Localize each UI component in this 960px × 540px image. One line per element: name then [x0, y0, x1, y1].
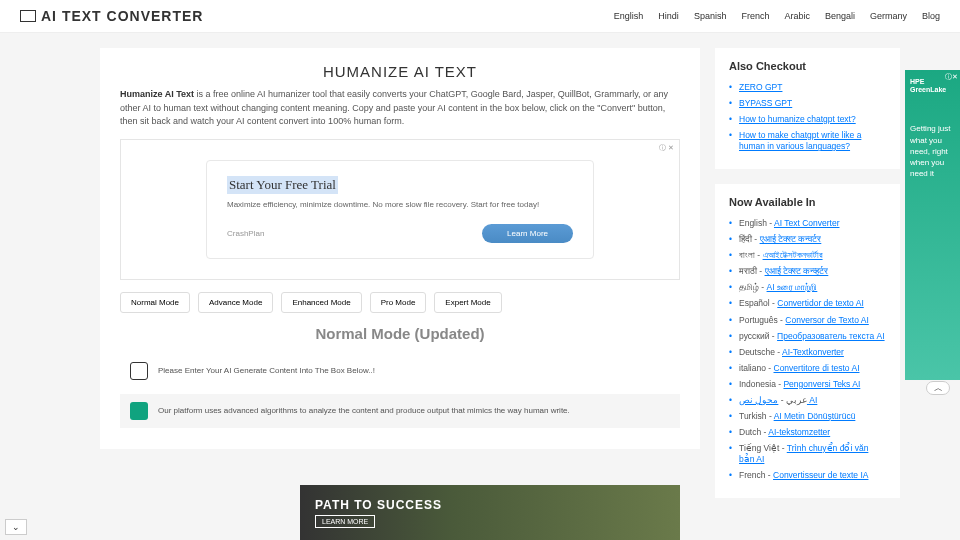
mode-tab[interactable]: Enhanced Mode — [281, 292, 361, 313]
language-link[interactable]: एआई टेक्स्ट कन्वर्टर — [760, 234, 822, 244]
chatgpt-icon — [130, 402, 148, 420]
header: AI TEXT CONVERTER EnglishHindiSpanishFre… — [0, 0, 960, 33]
mode-tab[interactable]: Expert Mode — [434, 292, 501, 313]
main-content: HUMANIZE AI TEXT Humanize AI Text is a f… — [100, 48, 700, 449]
description: Humanize AI Text is a free online AI hum… — [120, 88, 680, 129]
nav-link[interactable]: Arabic — [784, 11, 810, 21]
languages-card: Now Available In English - AI Text Conve… — [715, 184, 900, 498]
user-prompt-text: Please Enter Your AI Generate Content In… — [158, 365, 375, 376]
mode-heading: Normal Mode (Updated) — [120, 325, 680, 342]
sidebar: Also Checkout ZERO GPTBYPASS GPTHow to h… — [715, 48, 900, 498]
top-nav: EnglishHindiSpanishFrenchArabicBengaliGe… — [614, 11, 940, 21]
language-link[interactable]: AI Text Converter — [774, 218, 840, 228]
language-link[interactable]: Convertidor de texto AI — [777, 298, 863, 308]
ad-learn-more-button[interactable]: Learn More — [482, 224, 573, 243]
nav-link[interactable]: Hindi — [658, 11, 679, 21]
ad-brand: CrashPlan — [227, 229, 264, 238]
checkout-card: Also Checkout ZERO GPTBYPASS GPTHow to h… — [715, 48, 900, 169]
language-link[interactable]: Преобразователь текста AI — [777, 331, 885, 341]
language-link[interactable]: AI Metin Dönüştürücü — [774, 411, 856, 421]
ad-close-icon[interactable]: ⓘ ✕ — [659, 143, 674, 153]
user-prompt-row: Please Enter Your AI Generate Content In… — [120, 354, 680, 388]
inline-ad: ⓘ ✕ Start Your Free Trial Maximize effic… — [120, 139, 680, 280]
scroll-top-button[interactable]: ︿ — [926, 381, 950, 395]
languages-title: Now Available In — [729, 196, 886, 208]
bottom-ad-title: PATH TO SUCCESS — [315, 498, 442, 499]
nav-link[interactable]: French — [741, 11, 769, 21]
brand-text: AI TEXT CONVERTER — [41, 8, 203, 24]
checkout-link[interactable]: ZERO GPT — [739, 82, 782, 92]
page-title: HUMANIZE AI TEXT — [120, 63, 680, 80]
nav-link[interactable]: English — [614, 11, 644, 21]
language-link[interactable]: Convertisseur de texte IA — [773, 470, 868, 480]
ai-info-text: Our platform uses advanced algorithms to… — [158, 405, 570, 416]
nav-link[interactable]: Blog — [922, 11, 940, 21]
mode-tabs: Normal ModeAdvance ModeEnhanced ModePro … — [120, 292, 680, 313]
language-link[interactable]: Conversor de Texto AI — [785, 315, 868, 325]
checkout-list: ZERO GPTBYPASS GPTHow to humanize chatgp… — [729, 82, 886, 152]
checkout-link[interactable]: BYPASS GPT — [739, 98, 792, 108]
language-link[interactable]: Convertitore di testo AI — [774, 363, 860, 373]
languages-list: English - AI Text Converterहिंदी - एआई ट… — [729, 218, 886, 481]
mode-tab[interactable]: Pro Mode — [370, 292, 427, 313]
mode-tab[interactable]: Normal Mode — [120, 292, 190, 313]
logo[interactable]: AI TEXT CONVERTER — [20, 8, 203, 24]
user-icon — [130, 362, 148, 380]
sidebar-ad-text: Getting just what you need, right when y… — [910, 123, 955, 179]
ad-title[interactable]: Start Your Free Trial — [227, 176, 338, 194]
nav-link[interactable]: Germany — [870, 11, 907, 21]
checkout-link[interactable]: How to make chatgpt write like a human i… — [739, 130, 861, 151]
language-link[interactable]: AI-Textkonverter — [782, 347, 844, 357]
bottom-banner-ad[interactable]: PATH TO SUCCESS LEARN MORE — [300, 485, 680, 498]
language-link[interactable]: एआई टेक्स्ट कन्व्हर्टर — [765, 266, 829, 276]
checkout-link[interactable]: How to humanize chatgpt text? — [739, 114, 856, 124]
sidebar-ad[interactable]: ⓘ✕ HPEGreenLake Getting just what you ne… — [905, 70, 960, 380]
nav-link[interactable]: Bengali — [825, 11, 855, 21]
language-link[interactable]: AI உரை மாற்றி — [767, 282, 818, 292]
nav-link[interactable]: Spanish — [694, 11, 727, 21]
language-link[interactable]: এআইটেক্সটকনভার্টার — [763, 250, 823, 260]
checkout-title: Also Checkout — [729, 60, 886, 72]
language-link[interactable]: AI-tekstomzetter — [768, 427, 830, 437]
logo-icon — [20, 10, 36, 22]
ai-info-row: Our platform uses advanced algorithms to… — [120, 394, 680, 428]
ad-close-icon[interactable]: ⓘ✕ — [945, 72, 958, 82]
ad-text: Maximize efficiency, minimize downtime. … — [227, 200, 573, 209]
mode-tab[interactable]: Advance Mode — [198, 292, 273, 313]
language-link[interactable]: Pengonversi Teks AI — [783, 379, 860, 389]
